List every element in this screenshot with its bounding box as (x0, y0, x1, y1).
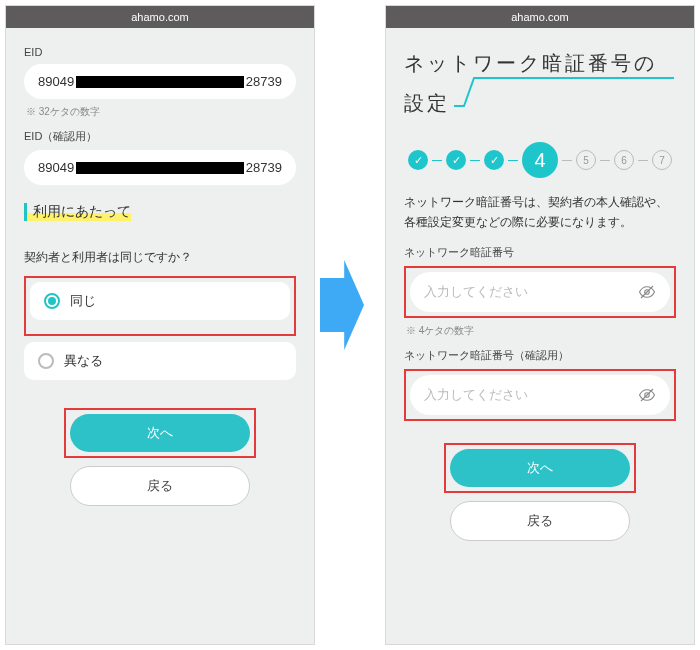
step-current: 4 (522, 142, 558, 178)
highlight-pin-input: 入力してください (404, 266, 676, 318)
pin-note: ※ 4ケタの数字 (406, 324, 674, 338)
url-bar: ahamo.com (6, 6, 314, 28)
pin-label: ネットワーク暗証番号 (404, 245, 676, 260)
progress-stepper: 4 5 6 7 (404, 142, 676, 178)
eid-label: EID (24, 46, 296, 58)
pin-description: ネットワーク暗証番号は、契約者の本人確認や、各種設定変更などの際に必要になります… (404, 192, 676, 233)
next-button[interactable]: 次へ (70, 414, 250, 452)
radio-option-diff[interactable]: 異なる (24, 342, 296, 380)
eid-confirm-redacted (76, 162, 244, 174)
eid-confirm-label: EID（確認用） (24, 129, 296, 144)
highlight-same-option: 同じ (24, 276, 296, 336)
screen-right: ahamo.com ネットワーク暗証番号の 設定 4 5 6 7 ネットワーク暗… (385, 5, 695, 645)
radio-label-same: 同じ (70, 292, 96, 310)
highlight-pin-confirm-input: 入力してください (404, 369, 676, 421)
radio-label-diff: 異なる (64, 352, 103, 370)
next-button[interactable]: 次へ (450, 449, 630, 487)
pin-confirm-label: ネットワーク暗証番号（確認用） (404, 348, 676, 363)
eid-input[interactable]: 89049 28739 (24, 64, 296, 99)
radio-option-same[interactable]: 同じ (30, 282, 290, 320)
eid-prefix: 89049 (38, 74, 74, 89)
step-done-icon (446, 150, 466, 170)
eid-confirm-input[interactable]: 89049 28739 (24, 150, 296, 185)
title-underline-icon (454, 76, 674, 110)
pin-input[interactable]: 入力してください (410, 272, 670, 312)
eid-suffix: 28739 (246, 74, 282, 89)
pin-placeholder: 入力してください (424, 283, 528, 301)
eye-off-icon[interactable] (638, 386, 656, 404)
page-title-line2: 設定 (404, 92, 450, 114)
eid-confirm-suffix: 28739 (246, 160, 282, 175)
step-todo: 6 (614, 150, 634, 170)
step-done-icon (408, 150, 428, 170)
highlight-next-button: 次へ (444, 443, 636, 493)
step-done-icon (484, 150, 504, 170)
radio-icon (38, 353, 54, 369)
usage-section-title: 利用にあたって (24, 203, 131, 221)
same-user-question: 契約者と利用者は同じですか？ (24, 249, 296, 266)
eid-note: ※ 32ケタの数字 (26, 105, 294, 119)
page-title-wrap: ネットワーク暗証番号の 設定 (404, 48, 676, 118)
eid-confirm-prefix: 89049 (38, 160, 74, 175)
page-title-line1: ネットワーク暗証番号の (404, 48, 676, 78)
step-todo: 7 (652, 150, 672, 170)
back-button[interactable]: 戻る (450, 501, 630, 541)
radio-icon (44, 293, 60, 309)
pin-confirm-placeholder: 入力してください (424, 386, 528, 404)
eye-off-icon[interactable] (638, 283, 656, 301)
back-button[interactable]: 戻る (70, 466, 250, 506)
url-bar: ahamo.com (386, 6, 694, 28)
screen-left: ahamo.com EID 89049 28739 ※ 32ケタの数字 EID（… (5, 5, 315, 645)
highlight-next-button: 次へ (64, 408, 256, 458)
pin-confirm-input[interactable]: 入力してください (410, 375, 670, 415)
eid-redacted (76, 76, 244, 88)
step-todo: 5 (576, 150, 596, 170)
